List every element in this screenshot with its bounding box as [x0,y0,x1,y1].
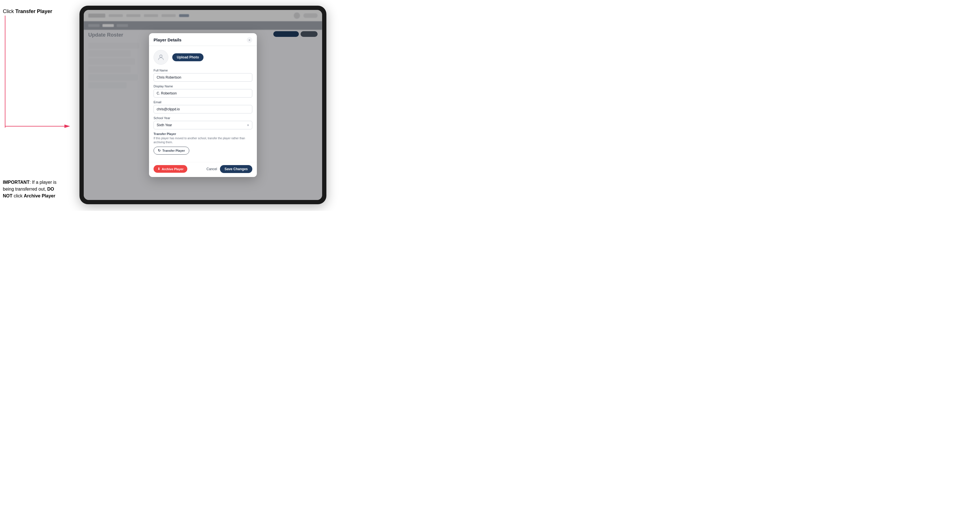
archive-player-button[interactable]: ⬇ Archive Player [154,165,187,173]
transfer-player-section: Transfer Player If this player has moved… [154,132,252,155]
save-changes-button[interactable]: Save Changes [220,165,252,173]
player-details-modal: Player Details × Upload Photo [149,33,257,177]
email-field-group: Email [154,100,252,113]
bracket-vertical-line [5,16,5,128]
transfer-section-description: If this player has moved to another scho… [154,137,252,144]
instruction-highlight: Transfer Player [15,8,52,14]
tablet-device: Update Roster Player Details × [80,6,326,204]
archive-icon: ⬇ [158,167,160,171]
modal-close-button[interactable]: × [247,37,252,43]
important-label: IMPORTANT [3,180,30,185]
tablet-screen: Update Roster Player Details × [84,10,322,200]
full-name-input[interactable] [154,73,252,82]
school-year-label: School Year [154,116,252,120]
transfer-icon: ↻ [158,149,161,152]
school-year-select[interactable]: Sixth Year First Year Second Year Third … [154,121,252,129]
transfer-player-button[interactable]: ↻ Transfer Player [154,147,189,155]
footer-right-actions: Cancel Save Changes [207,165,252,173]
transfer-player-label: Transfer Player [162,149,185,152]
email-label: Email [154,100,252,104]
archive-player-label: Archive Player [162,167,183,171]
avatar-section: Upload Photo [154,50,252,65]
email-input[interactable] [154,105,252,113]
svg-point-2 [160,55,162,57]
modal-footer: ⬇ Archive Player Cancel Save Changes [149,162,257,177]
display-name-field-group: Display Name [154,84,252,98]
upload-photo-button[interactable]: Upload Photo [172,53,204,61]
avatar-circle [154,50,168,65]
school-year-field-group: School Year Sixth Year First Year Second… [154,116,252,129]
svg-marker-1 [64,124,70,128]
modal-body: Upload Photo Full Name Display Name [149,46,257,162]
modal-title: Player Details [154,37,181,42]
display-name-input[interactable] [154,89,252,98]
transfer-section-title: Transfer Player [154,132,252,136]
school-year-select-wrapper: Sixth Year First Year Second Year Third … [154,121,252,129]
annotation-arrow [5,123,70,129]
instruction-bottom: IMPORTANT: If a player is being transfer… [3,179,60,199]
full-name-label: Full Name [154,69,252,72]
instruction-top: Click Transfer Player [3,8,52,14]
archive-label: Archive Player [24,194,55,198]
full-name-field-group: Full Name [154,69,252,82]
modal-header: Player Details × [149,33,257,46]
cancel-button[interactable]: Cancel [207,167,217,171]
display-name-label: Display Name [154,84,252,88]
modal-overlay: Player Details × Upload Photo [84,10,322,200]
